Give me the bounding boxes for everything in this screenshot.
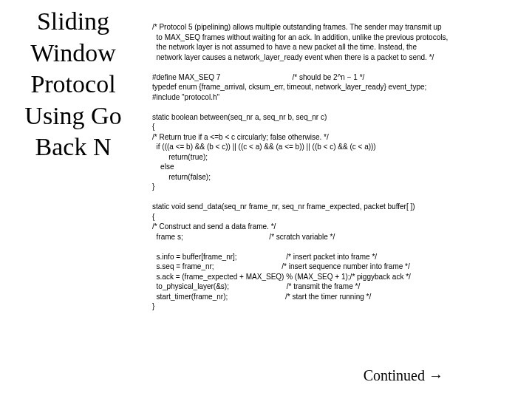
- continued-label: Continued →: [364, 367, 443, 384]
- slide: Sliding Window Protocol Using Go Back N …: [0, 0, 532, 399]
- slide-title: Sliding Window Protocol Using Go Back N: [3, 6, 143, 163]
- code-block: /* Protocol 5 (pipelining) allows multip…: [152, 22, 522, 312]
